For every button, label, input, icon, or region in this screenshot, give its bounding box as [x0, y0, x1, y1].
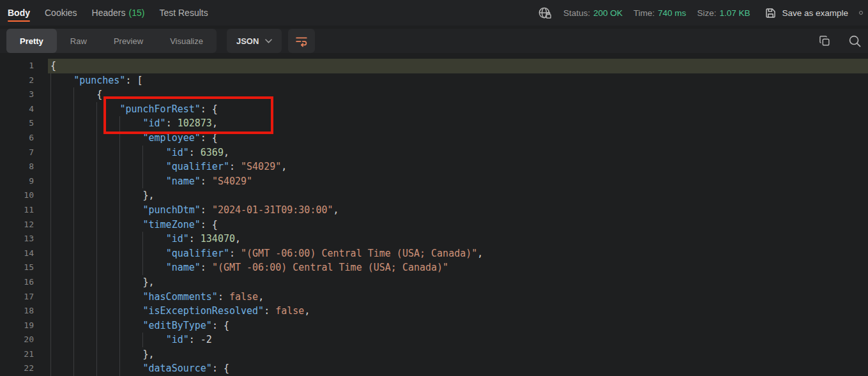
code-line-20[interactable]: 20 "id": -2 — [0, 333, 868, 347]
indent-guide — [50, 87, 51, 102]
wrap-lines-button[interactable] — [288, 29, 315, 53]
code-token: }, — [143, 190, 155, 201]
code-token: : { — [201, 103, 218, 115]
tab-label: Cookies — [45, 8, 77, 18]
save-as-example-label: Save as example — [782, 8, 848, 18]
code-line-6[interactable]: 6 "employee": { — [0, 131, 868, 146]
response-meta: Status:200 OKTime:740 msSize:1.07 KB Sav… — [538, 0, 863, 26]
code-token: : — [229, 248, 241, 259]
code-token: "2024-01-31T09:30:00" — [212, 204, 333, 216]
code-token: , — [235, 233, 241, 244]
line-number: 2 — [0, 73, 34, 88]
code-line-content: "isExceptionResolved": false, — [50, 304, 868, 319]
code-line-17[interactable]: 17 "hasComments": false, — [0, 290, 868, 305]
code-line-content: "punchDtm": "2024-01-31T09:30:00", — [50, 203, 868, 218]
code-line-13[interactable]: 13 "id": 134070, — [0, 232, 868, 246]
code-line-9[interactable]: 9 "name": "S4029" — [0, 174, 868, 189]
indent-guide — [50, 131, 51, 146]
code-line-11[interactable]: 11 "punchDtm": "2024-01-31T09:30:00", — [0, 203, 868, 218]
indent-guide — [73, 203, 74, 218]
code-token: : { — [212, 363, 229, 374]
indent-guide — [142, 146, 143, 160]
code-token: }, — [143, 349, 155, 360]
code-line-21[interactable]: 21 }, — [0, 347, 868, 362]
code-line-16[interactable]: 16 }, — [0, 275, 868, 290]
indent-guide — [119, 116, 120, 131]
view-mode-visualize[interactable]: Visualize — [156, 29, 217, 53]
tab-label: Test Results — [159, 8, 208, 18]
line-number: 1 — [0, 59, 34, 73]
code-line-4[interactable]: 4 "punchForRest": { — [0, 102, 868, 117]
code-line-content: "dataSource": { — [50, 361, 868, 376]
code-line-8[interactable]: 8 "qualifier": "S4029", — [0, 160, 868, 174]
indent-guide — [73, 131, 74, 146]
indent-guide — [119, 275, 120, 290]
response-body-editor[interactable]: 1{2 "punches": [3 {4 "punchForRest": {5 … — [0, 57, 868, 376]
indent-guide — [96, 146, 97, 160]
tab-cookies[interactable]: Cookies — [45, 0, 77, 26]
code-line-15[interactable]: 15 "name": "(GMT -06:00) Central Time (U… — [0, 260, 868, 275]
copy-icon — [818, 34, 831, 47]
search-button[interactable] — [848, 34, 862, 48]
format-dropdown[interactable]: JSON — [227, 29, 282, 53]
line-number: 3 — [0, 87, 34, 102]
code-token: "punchForRest" — [119, 103, 200, 115]
tab-label: Headers — [92, 8, 126, 18]
code-line-10[interactable]: 10 }, — [0, 188, 868, 203]
code-token: , — [477, 248, 483, 259]
indent-guide — [119, 319, 120, 333]
status-item-label: Status: — [563, 8, 590, 18]
code-token: "qualifier" — [166, 161, 229, 172]
tab-count-badge: (15) — [129, 8, 145, 18]
code-line-5[interactable]: 5 "id": 102873, — [0, 116, 868, 131]
indent-guide — [73, 232, 74, 246]
code-token: : — [229, 161, 241, 172]
code-line-22[interactable]: 22 "dataSource": { — [0, 361, 868, 376]
tab-test-results[interactable]: Test Results — [159, 0, 208, 26]
line-number: 13 — [0, 232, 34, 246]
code-token: : — [189, 233, 201, 244]
view-mode-preview[interactable]: Preview — [100, 29, 156, 53]
indent-guide — [119, 290, 120, 305]
indent-guide — [142, 333, 143, 347]
code-token: "qualifier" — [166, 248, 229, 259]
line-number: 15 — [0, 260, 34, 275]
indent-guide — [73, 304, 74, 319]
code-token: 102873 — [178, 117, 212, 129]
code-line-18[interactable]: 18 "isExceptionResolved": false, — [0, 304, 868, 319]
view-mode-pretty[interactable]: Pretty — [6, 29, 57, 53]
tab-headers[interactable]: Headers(15) — [92, 0, 145, 26]
indent-guide — [73, 347, 74, 362]
view-mode-raw[interactable]: Raw — [57, 29, 100, 53]
code-token: "(GMT -06:00) Central Time (USA; Canada)… — [212, 262, 448, 273]
indent-guide — [142, 160, 143, 174]
code-line-content: }, — [50, 347, 868, 362]
code-line-12[interactable]: 12 "timeZone": { — [0, 218, 868, 232]
indent-guide — [50, 146, 51, 160]
code-line-content: "employee": { — [50, 131, 868, 146]
indent-guide — [73, 116, 74, 131]
indent-guide — [119, 174, 120, 189]
indent-guide — [142, 232, 143, 246]
copy-button[interactable] — [818, 34, 831, 47]
code-token: false — [275, 305, 304, 317]
indent-guide — [50, 319, 51, 333]
editor-actions — [818, 34, 862, 48]
code-line-19[interactable]: 19 "editByType": { — [0, 319, 868, 333]
code-token: : — [189, 147, 201, 158]
code-line-7[interactable]: 7 "id": 6369, — [0, 146, 868, 160]
code-line-14[interactable]: 14 "qualifier": "(GMT -06:00) Central Ti… — [0, 246, 868, 261]
code-token: : [ — [125, 75, 142, 86]
save-as-example-button[interactable]: Save as example — [765, 7, 848, 19]
tab-body[interactable]: Body — [8, 0, 30, 26]
line-number: 21 — [0, 347, 34, 362]
indent-guide — [50, 347, 51, 362]
code-line-3[interactable]: 3 { — [0, 87, 868, 102]
code-line-content: }, — [50, 188, 868, 203]
code-token: , — [258, 291, 264, 303]
code-token: }, — [143, 276, 155, 288]
code-line-2[interactable]: 2 "punches": [ — [0, 73, 868, 88]
code-token: "S4029" — [212, 176, 252, 187]
code-line-1[interactable]: 1{ — [0, 59, 868, 73]
code-token: "id" — [166, 334, 189, 345]
